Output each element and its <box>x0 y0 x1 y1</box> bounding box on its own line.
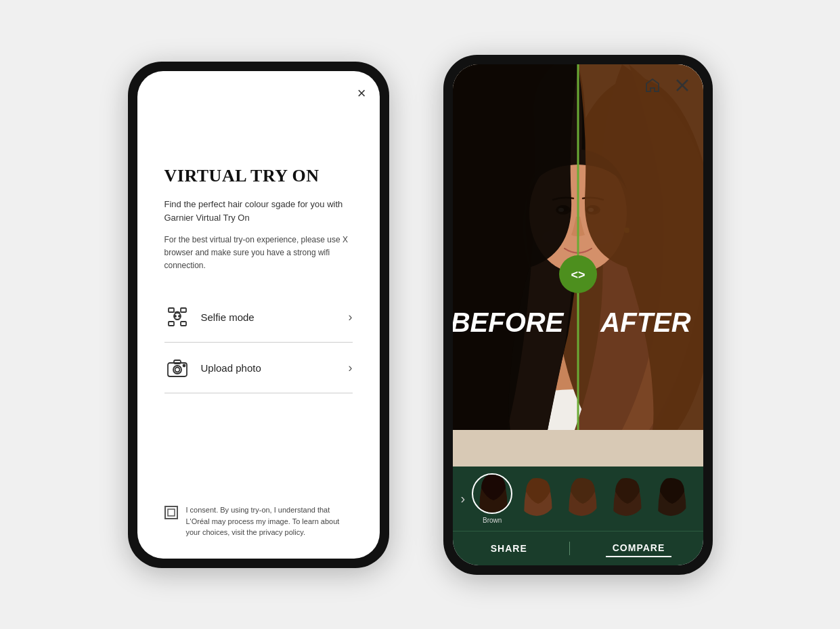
swatch-circle-1 <box>472 473 512 514</box>
consent-checkbox[interactable] <box>164 506 178 519</box>
swatch-circle-3 <box>561 477 602 517</box>
swatch-item[interactable] <box>606 477 646 520</box>
swatch-item[interactable]: Brown <box>472 473 512 524</box>
swatches-bar: › Brown <box>453 467 703 531</box>
swatch-circle-5 <box>650 477 691 517</box>
svg-point-6 <box>179 316 180 317</box>
svg-rect-2 <box>169 322 174 326</box>
note-text: For the best virtual try-on experience, … <box>164 234 353 272</box>
svg-rect-0 <box>169 308 174 312</box>
woman-illustration: <> BEFORE AFTER <box>453 64 703 430</box>
image-area: <> BEFORE AFTER <box>453 64 703 467</box>
left-phone-content: × VIRTUAL TRY ON Find the perfect hair c… <box>137 71 380 559</box>
subtitle-text: Find the perfect hair colour sgade for y… <box>164 198 353 224</box>
svg-text:BEFORE: BEFORE <box>453 307 565 337</box>
selfie-mode-label: Selfie mode <box>201 311 255 323</box>
action-bar: SHARE COMPARE <box>453 531 703 565</box>
top-bar <box>642 75 692 95</box>
compare-button[interactable]: COMPARE <box>606 540 672 557</box>
share-button[interactable]: SHARE <box>484 540 534 557</box>
close-icon[interactable] <box>672 75 692 95</box>
swatch-circle-4 <box>606 477 646 517</box>
selfie-chevron-icon: › <box>349 310 353 324</box>
upload-chevron-icon: › <box>349 361 353 375</box>
consent-area: I consent. By using try-on, I understand… <box>164 498 353 538</box>
page-title: VIRTUAL TRY ON <box>164 166 353 186</box>
camera-icon <box>164 355 190 381</box>
swatch-label-1: Brown <box>483 517 502 524</box>
left-phone: × VIRTUAL TRY ON Find the perfect hair c… <box>128 62 389 568</box>
svg-rect-12 <box>168 509 175 516</box>
svg-point-11 <box>183 365 185 367</box>
swatch-circle-2 <box>516 477 557 517</box>
upload-photo-label: Upload photo <box>201 362 261 374</box>
swatch-nav-arrow[interactable]: › <box>458 491 468 506</box>
right-phone-content: <> BEFORE AFTER › <box>453 64 703 565</box>
right-phone: <> BEFORE AFTER › <box>443 55 713 575</box>
selfie-mode-item[interactable]: Selfie mode › <box>164 292 353 343</box>
svg-rect-3 <box>181 322 186 326</box>
svg-text:AFTER: AFTER <box>600 307 690 337</box>
consent-text: I consent. By using try-on, I understand… <box>186 504 353 538</box>
svg-rect-1 <box>181 308 186 312</box>
svg-rect-10 <box>174 360 181 364</box>
svg-point-5 <box>175 316 176 317</box>
swatch-item[interactable] <box>561 477 602 520</box>
face-scan-icon <box>164 304 190 330</box>
home-icon[interactable] <box>642 75 663 95</box>
swatch-item[interactable] <box>650 477 691 520</box>
swatch-item[interactable] <box>516 477 557 520</box>
close-button[interactable]: × <box>357 85 366 102</box>
action-divider <box>569 542 570 555</box>
svg-text:<>: <> <box>571 268 585 282</box>
upload-photo-item[interactable]: Upload photo › <box>164 343 353 393</box>
svg-point-9 <box>175 368 179 372</box>
